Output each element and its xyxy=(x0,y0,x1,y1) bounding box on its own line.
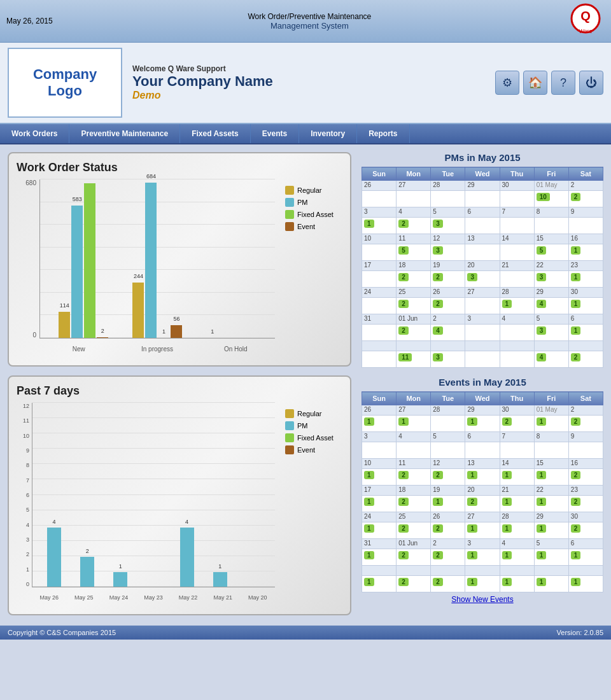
cal-badge[interactable]: 1 xyxy=(467,551,477,559)
cal-badge[interactable]: 1 xyxy=(364,220,374,228)
help-button[interactable]: ? xyxy=(551,71,575,95)
home-button[interactable]: 🏠 xyxy=(523,71,547,95)
cal-badge[interactable]: 1 xyxy=(571,300,581,308)
cal-badge-cell xyxy=(397,442,431,459)
p7-legend-item: Event xyxy=(285,445,342,454)
cal-badge[interactable]: 1 xyxy=(364,551,374,559)
cal-badge[interactable]: 1 xyxy=(537,471,547,479)
cal-badge[interactable]: 1 xyxy=(467,471,477,479)
wo-bar[interactable] xyxy=(84,183,95,338)
p7-x-label: May 20 xyxy=(240,594,275,601)
cal-badge[interactable]: 3 xyxy=(467,273,477,281)
wo-bar[interactable]: 684 xyxy=(145,183,157,338)
cal-badge[interactable]: 4 xyxy=(433,326,443,335)
cal-badge[interactable]: 1 xyxy=(364,578,374,586)
cal-badge[interactable]: 1 xyxy=(364,498,374,506)
cal-badge[interactable]: 2 xyxy=(398,220,409,228)
cal-badge[interactable]: 1 xyxy=(571,551,581,559)
cal-badge[interactable]: 1 xyxy=(467,578,477,586)
nav-item-preventive-maintenance[interactable]: Preventive Maintenance xyxy=(69,124,180,143)
cal-date-cell: 20 xyxy=(465,486,500,496)
cal-badge[interactable]: 1 xyxy=(364,417,374,426)
cal-badge[interactable]: 2 xyxy=(398,498,409,506)
cal-badge[interactable]: 1 xyxy=(502,498,512,506)
nav-item-fixed-assets[interactable]: Fixed Assets xyxy=(180,124,251,143)
cal-badge[interactable]: 2 xyxy=(433,273,443,281)
cal-badge[interactable]: 1 xyxy=(571,246,581,255)
cal-badge[interactable]: 1 xyxy=(467,524,477,533)
settings-button[interactable]: ⚙ xyxy=(495,71,519,95)
cal-badge[interactable]: 5 xyxy=(398,246,409,255)
p7-bar[interactable]: 4 xyxy=(180,528,194,587)
logout-button[interactable]: ⏻ xyxy=(579,71,603,95)
cal-badge[interactable]: 1 xyxy=(571,578,581,586)
cal-badge[interactable]: 2 xyxy=(398,326,409,335)
cal-badge[interactable]: 10 xyxy=(537,193,550,201)
cal-badge[interactable]: 1 xyxy=(502,471,512,479)
cal-badge[interactable]: 2 xyxy=(398,551,409,559)
cal-badge[interactable]: 2 xyxy=(398,300,409,308)
cal-badge[interactable]: 1 xyxy=(571,326,581,335)
nav-item-events[interactable]: Events xyxy=(251,124,299,143)
wo-bar[interactable]: 2 xyxy=(97,337,108,338)
nav-item-inventory[interactable]: Inventory xyxy=(299,124,357,143)
cal-date-cell: 14 xyxy=(500,459,534,469)
cal-badge[interactable]: 2 xyxy=(467,498,477,506)
cal-badge[interactable]: 1 xyxy=(537,551,547,559)
cal-badge[interactable]: 2 xyxy=(433,524,443,533)
cal-badge[interactable]: 3 xyxy=(433,220,443,228)
wo-bar[interactable]: 583 xyxy=(71,206,83,338)
cal-badge[interactable]: 1 xyxy=(502,300,512,308)
cal-date-cell: 11 xyxy=(397,459,431,469)
cal-date-cell: 26 xyxy=(431,512,465,522)
cal-badge[interactable]: 2 xyxy=(502,417,512,426)
p7-bar[interactable]: 1 xyxy=(113,572,127,587)
cal-badge[interactable]: 3 xyxy=(433,353,443,361)
cal-badge[interactable]: 2 xyxy=(571,417,581,426)
p7-bar[interactable]: 1 xyxy=(213,572,227,587)
nav-item-work-orders[interactable]: Work Orders xyxy=(0,124,69,143)
cal-badge[interactable]: 3 xyxy=(433,246,443,255)
cal-badge[interactable]: 1 xyxy=(364,471,374,479)
cal-badge[interactable]: 1 xyxy=(502,524,512,533)
wo-bar[interactable]: 56 xyxy=(171,325,182,338)
cal-badge[interactable]: 2 xyxy=(571,193,581,201)
cal-badge[interactable]: 3 xyxy=(537,273,547,281)
p7-bar[interactable]: 2 xyxy=(80,557,94,587)
cal-badge[interactable]: 2 xyxy=(571,471,581,479)
cal-badge[interactable]: 1 xyxy=(571,273,581,281)
cal-badge[interactable]: 2 xyxy=(433,551,443,559)
cal-badge[interactable]: 2 xyxy=(433,578,443,586)
cal-badge[interactable]: 2 xyxy=(398,273,409,281)
cal-badge[interactable]: 1 xyxy=(502,551,512,559)
cal-badge[interactable]: 11 xyxy=(398,353,412,361)
cal-badge[interactable]: 2 xyxy=(398,524,409,533)
pms-calendar-title: PMs in May 2015 xyxy=(362,152,603,163)
cal-date-cell: 28 xyxy=(500,512,534,522)
p7-bar[interactable]: 4 xyxy=(47,528,61,587)
show-new-events-link[interactable]: Show New Events xyxy=(451,595,513,604)
cal-badge[interactable]: 5 xyxy=(537,246,547,255)
wo-bar[interactable]: 114 xyxy=(59,312,70,338)
wo-bar[interactable]: 244 xyxy=(132,283,144,338)
cal-badge[interactable]: 2 xyxy=(571,353,581,361)
cal-badge[interactable]: 1 xyxy=(537,498,547,506)
cal-badge[interactable]: 1 xyxy=(364,524,374,533)
nav-item-reports[interactable]: Reports xyxy=(357,124,409,143)
cal-badge[interactable]: 2 xyxy=(433,300,443,308)
cal-badge[interactable]: 2 xyxy=(433,471,443,479)
cal-badge[interactable]: 1 xyxy=(398,417,409,426)
cal-badge[interactable]: 1 xyxy=(537,524,547,533)
cal-badge[interactable]: 1 xyxy=(537,578,547,586)
cal-badge[interactable]: 2 xyxy=(571,498,581,506)
cal-badge[interactable]: 2 xyxy=(571,524,581,533)
cal-badge[interactable]: 1 xyxy=(502,578,512,586)
cal-badge[interactable]: 1 xyxy=(467,417,477,426)
cal-badge[interactable]: 2 xyxy=(398,578,409,586)
cal-badge[interactable]: 1 xyxy=(433,498,443,506)
cal-badge[interactable]: 2 xyxy=(398,471,409,479)
cal-badge[interactable]: 3 xyxy=(537,326,547,335)
cal-badge[interactable]: 4 xyxy=(537,300,547,308)
cal-badge[interactable]: 1 xyxy=(537,417,547,426)
cal-badge[interactable]: 4 xyxy=(537,353,547,361)
